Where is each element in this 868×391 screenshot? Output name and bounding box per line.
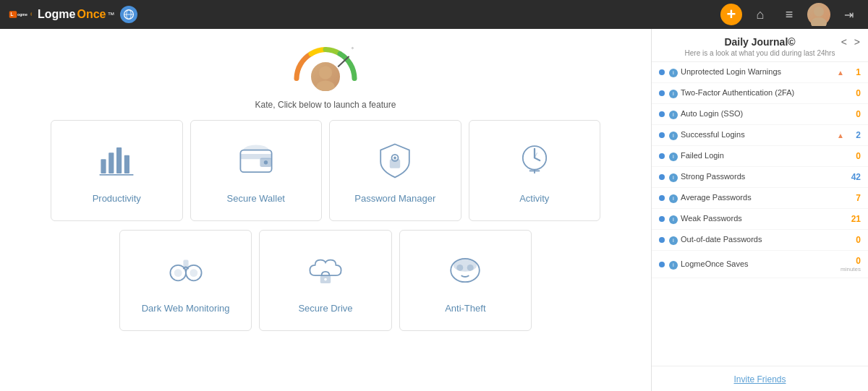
journal-item[interactable]: iTwo-Factor Authentication (2FA) 0 [652, 83, 868, 104]
journal-item-label: iUnprotected Login Warnings [669, 67, 837, 77]
journal-item-dot [659, 195, 665, 201]
gauge-container: ° [289, 40, 362, 84]
journal-item-dot [659, 90, 665, 96]
avatar-button[interactable] [807, 3, 830, 26]
invite-friends-button[interactable]: Invite Friends [733, 374, 786, 384]
journal-item-value: 0 [846, 109, 861, 119]
info-icon: i [669, 69, 678, 77]
productivity-label: Productivity [93, 193, 141, 204]
svg-text:°: ° [352, 47, 354, 52]
journal-item[interactable]: iAuto Login (SSO) 0 [652, 104, 868, 125]
info-icon: i [669, 132, 678, 140]
info-icon: i [669, 111, 678, 119]
info-icon: i [669, 194, 678, 203]
journal-next-button[interactable]: > [852, 36, 862, 48]
journal-item-sublabel: minutes [841, 266, 861, 272]
journal-header: Daily Journal© Here is a look at what yo… [652, 29, 868, 62]
menu-button[interactable]: ≡ [778, 4, 800, 25]
secure-drive-label: Secure Drive [298, 303, 352, 314]
svg-rect-33 [183, 259, 188, 269]
logo-icon: L ogme © [9, 4, 32, 25]
info-icon: i [669, 173, 678, 182]
journal-item-dot [659, 216, 665, 222]
svg-point-22 [264, 160, 268, 164]
journal-item-dot [659, 132, 665, 138]
journal-item[interactable]: iUnprotected Login Warnings ▲ 1 [652, 62, 868, 83]
journal-item-label: iOut-of-date Passwords [669, 235, 846, 245]
feature-card-anti-theft[interactable]: Anti-Theft [399, 230, 532, 331]
svg-point-32 [190, 269, 197, 277]
journal-item-value: 7 [846, 193, 861, 203]
feature-card-secure-wallet[interactable]: Secure Wallet [190, 120, 323, 221]
dark-web-monitoring-icon [166, 251, 205, 296]
svg-text:©: © [30, 12, 32, 17]
main-layout: ° Kate, Click below to launch a feature … [0, 29, 868, 391]
anti-theft-icon [446, 251, 485, 296]
journal-item-dot [659, 262, 665, 267]
journal-item[interactable]: iWeak Passwords 21 [652, 209, 868, 230]
journal-item[interactable]: iFailed Login 0 [652, 146, 868, 167]
journal-item-label: iAverage Passwords [669, 193, 846, 203]
journal-item-label: iAuto Login (SSO) [669, 109, 846, 119]
productivity-icon [97, 141, 136, 186]
journal-item-value: 0 [846, 88, 861, 98]
right-panel: Daily Journal© Here is a look at what yo… [651, 29, 868, 391]
add-button[interactable]: + [720, 4, 742, 25]
journal-item[interactable]: iSuccessful Logins ▲ 2 [652, 125, 868, 146]
nav-left: L ogme © Logme Once ™ [9, 4, 137, 25]
journal-item-value: 0 [846, 235, 861, 245]
journal-item[interactable]: iAverage Passwords 7 [652, 188, 868, 209]
journal-item-label: iStrong Passwords [669, 172, 846, 182]
dark-web-monitoring-label: Dark Web Monitoring [142, 303, 230, 314]
password-manager-icon [375, 141, 414, 186]
journal-prev-button[interactable]: < [839, 36, 849, 48]
feature-card-dark-web-monitoring[interactable]: Dark Web Monitoring [119, 230, 252, 331]
journal-navigation: < > [839, 36, 862, 48]
svg-point-38 [457, 264, 464, 270]
journal-item-dot [659, 153, 665, 159]
info-icon: i [669, 236, 678, 245]
feature-card-password-manager[interactable]: Password Manager [329, 120, 461, 221]
feature-card-activity[interactable]: Activity [469, 120, 601, 221]
journal-item-label: iLogmeOnce Saves [669, 259, 841, 270]
profile-area: ° Kate, Click below to launch a feature [255, 40, 396, 110]
trend-up-icon: ▲ [837, 132, 844, 139]
signout-button[interactable]: ⇥ [838, 4, 859, 25]
center-panel: ° Kate, Click below to launch a feature … [0, 29, 651, 391]
svg-point-37 [454, 258, 477, 271]
svg-point-35 [324, 278, 327, 280]
journal-item-value: 1 [846, 67, 861, 77]
journal-item-dot [659, 237, 665, 243]
feature-grid-row2: Dark Web Monitoring Secure Drive Anti-Th… [119, 230, 532, 331]
journal-item-value: 0 [846, 256, 861, 266]
journal-item-label: iFailed Login [669, 151, 846, 161]
journal-item[interactable]: iStrong Passwords 42 [652, 167, 868, 188]
feature-card-productivity[interactable]: Productivity [51, 120, 183, 221]
secure-wallet-label: Secure Wallet [227, 193, 285, 204]
feature-grid-row1: Productivity Secure Wallet Password Mana… [51, 120, 600, 221]
secure-drive-icon [306, 251, 345, 296]
logo-once: Once [77, 8, 106, 21]
svg-point-31 [174, 269, 182, 277]
journal-items-list: iUnprotected Login Warnings ▲ 1 iTwo-Fac… [652, 62, 868, 366]
secure-wallet-icon [237, 141, 276, 186]
svg-text:ogme: ogme [17, 12, 27, 17]
journal-item[interactable]: iOut-of-date Passwords 0 [652, 230, 868, 251]
journal-item-label: iSuccessful Logins [669, 130, 837, 140]
journal-item[interactable]: iLogmeOnce Saves 0 minutes [652, 251, 868, 278]
trend-up-icon: ▲ [837, 69, 844, 77]
journal-item-dot [659, 111, 665, 117]
nav-right: + ⌂ ≡ ⇥ [720, 3, 859, 26]
journal-item-label: iWeak Passwords [669, 214, 846, 224]
top-navigation: L ogme © Logme Once ™ + ⌂ ≡ ⇥ [0, 0, 868, 29]
journal-item-dot [659, 69, 665, 75]
info-icon: i [669, 261, 678, 270]
activity-label: Activity [519, 193, 549, 204]
home-button[interactable]: ⌂ [749, 4, 771, 25]
svg-rect-17 [124, 155, 129, 173]
svg-point-13 [316, 80, 334, 93]
feature-card-secure-drive[interactable]: Secure Drive [259, 230, 391, 331]
globe-icon[interactable] [120, 6, 137, 23]
journal-item-label: iTwo-Factor Authentication (2FA) [669, 88, 846, 98]
journal-item-dot [659, 174, 665, 180]
